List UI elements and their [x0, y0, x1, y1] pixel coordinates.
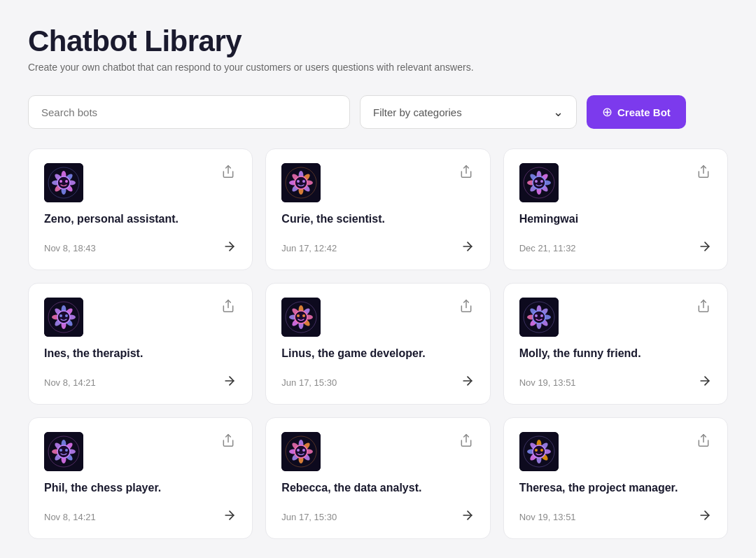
svg-point-12: [65, 180, 68, 183]
bot-name: Rebecca, the data analyst.: [281, 481, 474, 496]
svg-point-131: [535, 449, 538, 452]
svg-point-102: [65, 449, 68, 452]
bot-card-ines[interactable]: Ines, the therapist. Nov 8, 14:21: [28, 283, 253, 405]
svg-point-41: [535, 180, 538, 183]
bot-grid: Zeno, personal assistant. Nov 8, 18:43: [28, 148, 728, 538]
bot-name: Ines, the therapist.: [44, 347, 237, 361]
share-icon[interactable]: [220, 163, 237, 183]
bot-avatar: [281, 163, 321, 202]
svg-point-87: [540, 314, 543, 317]
navigate-arrow-icon[interactable]: [461, 508, 475, 526]
svg-point-132: [540, 449, 543, 452]
bot-name: Phil, the chess player.: [44, 481, 237, 496]
plus-icon: ⊕: [602, 104, 612, 120]
svg-point-72: [302, 314, 305, 317]
navigate-arrow-icon[interactable]: [698, 374, 712, 391]
chevron-down-icon: ⌄: [553, 104, 564, 120]
card-footer: Jun 17, 15:30: [281, 508, 474, 526]
page-subtitle: Create your own chatbot that can respond…: [28, 62, 728, 73]
card-top: [519, 298, 712, 337]
bot-date: Nov 19, 13:51: [519, 512, 576, 522]
card-top: [519, 163, 712, 202]
create-bot-label: Create Bot: [617, 106, 671, 118]
svg-point-116: [297, 449, 300, 452]
card-top: [44, 432, 237, 471]
filter-dropdown[interactable]: Filter by categories ⌄: [360, 95, 577, 129]
card-footer: Nov 19, 13:51: [519, 508, 712, 526]
card-top: [519, 432, 712, 471]
navigate-arrow-icon[interactable]: [698, 239, 712, 257]
toolbar: Filter by categories ⌄ ⊕ Create Bot: [28, 95, 728, 129]
bot-card-theresa[interactable]: Theresa, the project manager. Nov 19, 13…: [503, 417, 728, 539]
navigate-arrow-icon[interactable]: [461, 374, 475, 391]
share-icon[interactable]: [695, 163, 712, 183]
bot-avatar: [44, 163, 83, 202]
page-title: Chatbot Library: [28, 25, 728, 57]
svg-point-71: [297, 314, 300, 317]
bot-avatar: [281, 298, 321, 337]
search-input[interactable]: [28, 95, 350, 129]
bot-date: Nov 8, 14:21: [44, 512, 96, 522]
card-footer: Jun 17, 15:30: [281, 374, 474, 391]
bot-avatar: [519, 163, 559, 202]
card-footer: Nov 8, 18:43: [44, 239, 237, 257]
bot-card-zeno[interactable]: Zeno, personal assistant. Nov 8, 18:43: [28, 148, 253, 270]
bot-card-molly[interactable]: Molly, the funny friend. Nov 19, 13:51: [503, 283, 728, 405]
svg-point-25: [295, 176, 307, 189]
bot-date: Jun 17, 12:42: [281, 243, 337, 253]
bot-avatar: [44, 298, 83, 337]
bot-card-rebecca[interactable]: Rebecca, the data analyst. Jun 17, 15:30: [265, 417, 490, 539]
svg-point-57: [65, 314, 68, 317]
share-icon[interactable]: [458, 163, 475, 183]
svg-point-130: [533, 445, 545, 458]
card-top: [281, 298, 474, 337]
bot-date: Jun 17, 15:30: [281, 512, 337, 522]
svg-point-100: [57, 445, 70, 458]
share-icon[interactable]: [458, 298, 475, 318]
svg-point-10: [57, 176, 70, 189]
navigate-arrow-icon[interactable]: [461, 239, 475, 257]
svg-point-11: [59, 180, 62, 183]
bot-date: Nov 8, 18:43: [44, 243, 96, 253]
bot-avatar: [44, 432, 83, 471]
share-icon[interactable]: [220, 432, 237, 452]
svg-point-115: [295, 445, 307, 458]
bot-avatar: [519, 432, 559, 471]
svg-point-55: [57, 311, 70, 323]
navigate-arrow-icon[interactable]: [223, 508, 237, 526]
svg-point-26: [297, 180, 300, 183]
bot-name: Linus, the game developer.: [281, 347, 474, 361]
card-footer: Jun 17, 12:42: [281, 239, 474, 257]
card-top: [44, 298, 237, 337]
bot-date: Nov 8, 14:21: [44, 377, 96, 388]
share-icon[interactable]: [695, 298, 712, 318]
filter-label: Filter by categories: [373, 106, 462, 118]
svg-point-56: [59, 314, 62, 317]
card-footer: Nov 8, 14:21: [44, 508, 237, 526]
share-icon[interactable]: [458, 432, 475, 452]
navigate-arrow-icon[interactable]: [223, 239, 237, 257]
bot-avatar: [519, 298, 559, 337]
card-footer: Dec 21, 11:32: [519, 239, 712, 257]
card-top: [281, 432, 474, 471]
svg-point-70: [295, 311, 307, 323]
bot-card-linus[interactable]: Linus, the game developer. Jun 17, 15:30: [265, 283, 490, 405]
page-header: Chatbot Library Create your own chatbot …: [28, 25, 728, 73]
navigate-arrow-icon[interactable]: [698, 508, 712, 526]
share-icon[interactable]: [695, 432, 712, 452]
bot-card-curie[interactable]: Curie, the scientist. Jun 17, 12:42: [265, 148, 490, 270]
bot-date: Nov 19, 13:51: [519, 377, 576, 388]
share-icon[interactable]: [220, 298, 237, 318]
bot-card-hemingwai[interactable]: Hemingwai Dec 21, 11:32: [503, 148, 728, 270]
card-footer: Nov 19, 13:51: [519, 374, 712, 391]
bot-name: Zeno, personal assistant.: [44, 212, 237, 227]
create-bot-button[interactable]: ⊕ Create Bot: [587, 95, 686, 129]
bot-name: Molly, the funny friend.: [519, 347, 712, 361]
navigate-arrow-icon[interactable]: [223, 374, 237, 391]
svg-point-101: [59, 449, 62, 452]
svg-point-117: [302, 449, 305, 452]
svg-point-42: [540, 180, 543, 183]
bot-card-phil[interactable]: Phil, the chess player. Nov 8, 14:21: [28, 417, 253, 539]
bot-name: Hemingwai: [519, 212, 712, 227]
bot-name: Theresa, the project manager.: [519, 481, 712, 496]
